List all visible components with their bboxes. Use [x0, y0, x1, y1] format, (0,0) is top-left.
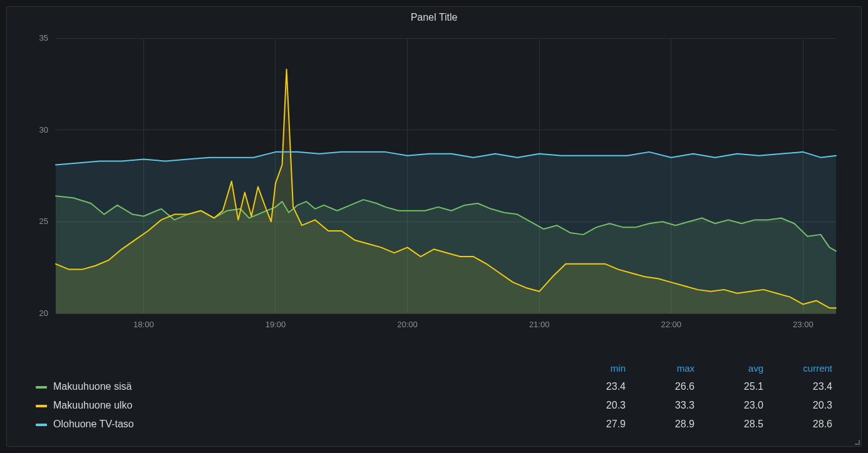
series-swatch-icon: [36, 405, 47, 407]
svg-text:35: 35: [39, 33, 48, 43]
legend-value-min: 20.3: [563, 396, 632, 415]
svg-text:22:00: 22:00: [661, 320, 681, 329]
legend-value-max: 33.3: [632, 396, 701, 415]
svg-text:20:00: 20:00: [397, 320, 418, 329]
legend-value-max: 26.6: [632, 377, 701, 396]
legend-row[interactable]: Makuuhuone ulko20.333.323.020.3: [29, 396, 839, 415]
svg-text:25: 25: [39, 216, 48, 226]
legend-series-name[interactable]: Olohuone TV-taso: [29, 415, 563, 434]
resize-handle-icon[interactable]: [854, 439, 860, 445]
legend-header-max[interactable]: max: [632, 359, 701, 377]
legend-table: min max avg current Makuuhuone sisä23.42…: [29, 359, 839, 434]
legend-header-min[interactable]: min: [563, 359, 632, 377]
legend-value-avg: 28.5: [701, 415, 770, 434]
legend-value-min: 27.9: [563, 415, 632, 434]
svg-text:19:00: 19:00: [266, 320, 286, 329]
chart-panel: Panel Title 2025303518:0019:0020:0021:00…: [6, 6, 862, 447]
legend-value-current: 20.3: [770, 396, 839, 415]
panel-title: Panel Title: [7, 7, 861, 31]
legend-series-name[interactable]: Makuuhuone sisä: [29, 377, 563, 396]
svg-text:23:00: 23:00: [793, 320, 814, 329]
legend: min max avg current Makuuhuone sisä23.42…: [29, 359, 839, 434]
legend-value-avg: 23.0: [701, 396, 770, 415]
svg-text:18:00: 18:00: [133, 320, 154, 329]
svg-text:30: 30: [39, 125, 48, 135]
legend-value-avg: 25.1: [701, 377, 770, 396]
legend-series-name[interactable]: Makuuhuone ulko: [29, 396, 563, 415]
legend-header-current[interactable]: current: [770, 359, 839, 377]
svg-text:21:00: 21:00: [529, 320, 550, 329]
legend-value-current: 28.6: [770, 415, 839, 434]
line-chart: 2025303518:0019:0020:0021:0022:0023:00: [26, 32, 842, 332]
legend-value-current: 23.4: [770, 377, 839, 396]
legend-row[interactable]: Olohuone TV-taso27.928.928.528.6: [29, 415, 839, 434]
series-swatch-icon: [36, 386, 47, 389]
legend-row[interactable]: Makuuhuone sisä23.426.625.123.4: [29, 377, 839, 396]
legend-header-avg[interactable]: avg: [701, 359, 770, 377]
series-swatch-icon: [36, 424, 47, 426]
svg-text:20: 20: [39, 308, 48, 318]
legend-value-min: 23.4: [563, 377, 632, 396]
plot-area[interactable]: 2025303518:0019:0020:0021:0022:0023:00: [26, 32, 842, 332]
legend-value-max: 28.9: [632, 415, 701, 434]
